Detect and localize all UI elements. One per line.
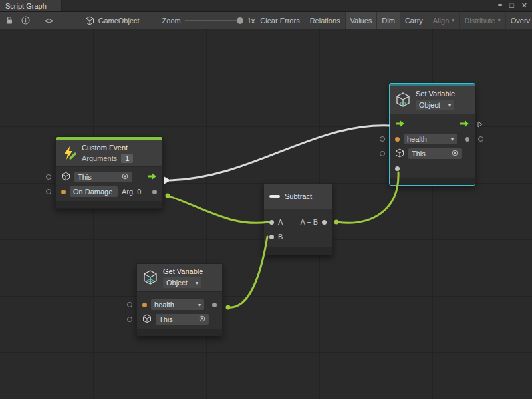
object-picker-icon[interactable] [452,150,458,158]
port-row-target: This [390,146,475,161]
set-variable-body: health ▾ This [390,114,475,178]
unconnected-port-icon[interactable] [127,302,132,307]
chevron-down-icon: ▾ [198,302,201,308]
input-b-label: B [278,233,283,241]
chevron-down-icon: ▾ [452,17,454,23]
input-a-port[interactable] [269,220,274,225]
tab-script-graph[interactable]: Script Graph [0,0,62,11]
node-subtract[interactable]: Subtract A A − B B [263,183,332,255]
node-footer [56,201,162,208]
wire-endpoint-dot [166,194,170,198]
tab-title: Script Graph [5,2,47,10]
chevron-down-icon: ▾ [498,17,501,23]
cube-icon [395,148,404,159]
value-output-port[interactable] [465,137,469,142]
unconnected-port-icon[interactable] [478,136,483,142]
window-controls: ≡ □ ✕ [498,0,532,11]
subtract-body: A A − B B [264,209,332,247]
node-title: Subtract [285,192,312,200]
distribute-button[interactable]: Distribute▾ [459,12,505,29]
target-object-field[interactable]: This [74,172,132,182]
overview-button[interactable]: Overv [505,12,532,29]
graph-toolbar: <> GameObject Zoom 1x Clear Errors Relat… [0,12,532,29]
maximize-icon[interactable]: □ [509,2,514,9]
values-button[interactable]: Values [345,12,377,29]
wire-arg0-to-subtract-a[interactable] [168,196,269,223]
zoom-value: 1x [247,17,255,25]
variable-scope-dropdown[interactable]: Object ▾ [163,277,201,288]
node-title: Custom Event [82,144,133,152]
variable-cube-icon: <> [395,92,411,109]
value-input-port[interactable] [395,166,400,171]
subtract-header: Subtract [264,184,332,209]
event-name-field[interactable]: On Damage [70,186,118,197]
object-picker-icon[interactable] [122,173,128,181]
graph-canvas[interactable]: Custom Event Arguments 1 This [0,29,532,399]
node-footer [264,247,332,255]
info-icon[interactable] [21,16,30,25]
flow-output-arrow-icon[interactable] [147,172,157,182]
unconnected-port-icon[interactable] [46,189,51,194]
arguments-count-field[interactable]: 1 [121,154,133,163]
input-a-label: A [278,218,283,226]
get-variable-header: <> Get Variable Object ▾ [137,264,222,292]
string-port-icon[interactable] [395,137,400,142]
code-icon[interactable]: <> [45,17,53,25]
get-variable-body: health ▾ This [137,292,222,329]
string-port-icon[interactable] [61,190,66,194]
node-get-variable[interactable]: <> Get Variable Object ▾ health ▾ [136,263,223,336]
carry-button[interactable]: Carry [400,12,428,29]
flow-output-arrow-icon[interactable] [460,120,469,129]
unconnected-port-icon[interactable] [127,317,132,322]
chevron-down-icon: ▾ [448,102,451,108]
flow-input-arrow-icon[interactable] [395,120,405,129]
flow-output-triangle-icon[interactable] [164,176,171,184]
target-object-field[interactable]: This [408,148,462,159]
unconnected-port-icon[interactable] [380,151,385,156]
custom-event-header: Custom Event Arguments 1 [56,140,162,167]
align-button[interactable]: Align▾ [428,12,459,29]
node-set-variable[interactable]: <> Set Variable Object ▾ [389,83,475,186]
zoom-slider-knob[interactable] [237,17,243,24]
port-row-target: This [56,170,162,184]
variable-name-dropdown[interactable]: health ▾ [404,134,457,144]
custom-event-body: This On Damage Arg. 0 [56,167,162,201]
port-row-value-input [390,161,475,176]
lock-icon[interactable] [5,16,13,25]
port-row-a: A A − B [264,215,332,229]
string-port-icon[interactable] [142,303,147,307]
zoom-slider[interactable] [185,20,243,21]
input-b-port[interactable] [269,235,274,239]
port-row-name: health ▾ [137,297,222,312]
wire-getvariable-to-subtract-b[interactable] [228,237,267,307]
result-output-port[interactable] [322,220,327,225]
dim-button[interactable]: Dim [376,12,400,29]
unconnected-port-icon[interactable] [46,174,51,180]
clear-errors-button[interactable]: Clear Errors [255,12,304,29]
node-custom-event[interactable]: Custom Event Arguments 1 This [55,136,163,209]
close-icon[interactable]: ✕ [521,2,527,9]
relations-button[interactable]: Relations [305,12,345,29]
svg-text:<>: <> [400,100,407,106]
wire-endpoint-dot [226,305,231,310]
variable-name-dropdown[interactable]: health ▾ [151,299,204,310]
wire-endpoint-dot [334,220,339,225]
arguments-label: Arguments [82,154,117,162]
chevron-down-icon: ▾ [196,280,198,286]
gameobject-cube-icon [85,16,94,25]
cube-icon [142,314,152,325]
node-footer [137,329,222,336]
lightning-bolt-icon [61,145,77,162]
chevron-down-icon: ▾ [451,136,454,142]
object-picker-icon[interactable] [199,315,205,323]
unconnected-port-icon[interactable] [380,136,385,142]
value-output-port[interactable] [212,303,217,307]
wire-flow-customevent-to-setvariable[interactable] [170,126,389,180]
variable-scope-dropdown[interactable]: Object ▾ [416,100,454,110]
arg0-output-port[interactable] [152,190,157,194]
gameobject-selector[interactable]: GameObject [98,17,140,25]
target-object-field[interactable]: This [156,314,209,325]
window-menu-icon[interactable]: ≡ [498,2,502,9]
node-title: Get Variable [163,267,203,275]
unconnected-flow-triangle-icon[interactable] [477,121,483,128]
